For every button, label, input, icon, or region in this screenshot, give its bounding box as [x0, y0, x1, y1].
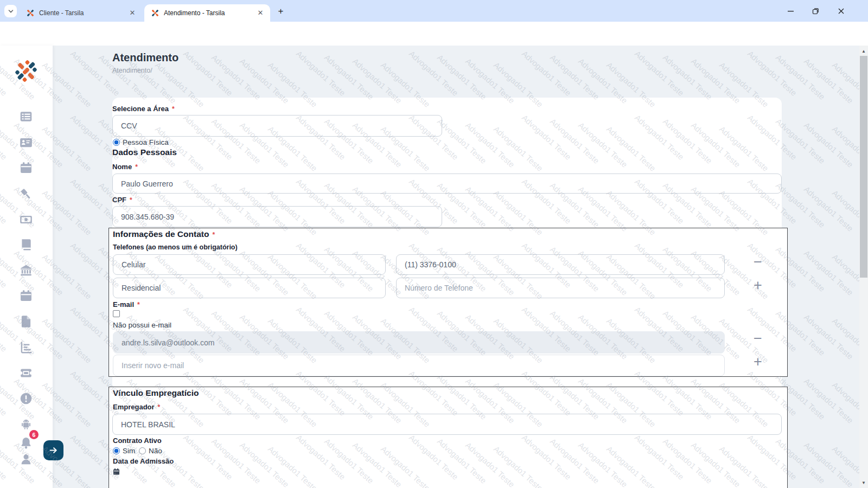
watermark-text: Advogado1 Teste: [774, 181, 827, 229]
gavel-icon[interactable]: [19, 187, 33, 201]
contrato-nao-label: Não: [149, 447, 162, 455]
breadcrumb: Atendimento/: [112, 67, 152, 74]
tab-close-icon[interactable]: ✕: [128, 9, 137, 17]
watermark-text: Advogado1 Teste: [831, 444, 859, 488]
document-icon[interactable]: [19, 314, 33, 329]
page-title: Atendimento: [112, 52, 178, 64]
notification-badge: 6: [29, 430, 39, 439]
phone-type-select-1[interactable]: [113, 254, 386, 275]
contact-heading: Informações de Contato*: [113, 229, 215, 239]
area-select[interactable]: [112, 115, 442, 137]
tab-title: Cliente - Tarsila: [39, 9, 128, 17]
agenda-icon[interactable]: [19, 289, 33, 303]
add-email-button[interactable]: +: [754, 356, 762, 368]
watermark-text: Advogado1 Teste: [210, 53, 263, 101]
tab-cliente[interactable]: Cliente - Tarsila ✕: [20, 4, 142, 22]
watermark-text: Advogado1 Teste: [661, 53, 714, 101]
nome-input[interactable]: [112, 174, 782, 194]
cpf-label: CPF*: [112, 196, 132, 204]
scrollbar-thumb[interactable]: [860, 56, 867, 278]
alert-icon[interactable]: [19, 391, 33, 406]
pessoa-fisica-radio[interactable]: [113, 139, 120, 146]
close-icon: [838, 8, 845, 15]
watermark-text: Advogado1 Teste: [182, 49, 234, 98]
watermark-text: Advogado1 Teste: [831, 380, 859, 429]
browser-toolbar: tarsilasuite-tudonatarsila.azurewebsites…: [0, 22, 868, 46]
new-tab-button[interactable]: +: [276, 6, 286, 16]
watermark-text: Advogado1 Teste: [831, 188, 859, 237]
tarsila-logo: [15, 59, 37, 84]
watermark-text: Advogado1 Teste: [802, 312, 855, 361]
tab-atendimento[interactable]: Atendimento - Tarsila ✕: [144, 4, 270, 22]
contrato-nao-radio[interactable]: [139, 447, 146, 454]
watermark-text: Advogado1 Teste: [802, 440, 855, 488]
tarsila-favicon: [26, 9, 35, 17]
employment-box: [108, 387, 788, 488]
window-restore-button[interactable]: [803, 0, 828, 22]
email-label: E-mail*: [113, 300, 140, 309]
pessoa-fisica-label: Pessoa Física: [123, 138, 169, 146]
window-minimize-button[interactable]: [778, 0, 803, 22]
android-icon[interactable]: [19, 416, 33, 431]
scrollbar-up-arrow[interactable]: ▲: [859, 47, 868, 55]
watermark-text: Advogado1 Teste: [802, 120, 855, 169]
chart-icon[interactable]: [19, 341, 33, 355]
bank-icon[interactable]: [19, 264, 33, 278]
empregador-label: Empregador*: [113, 403, 160, 411]
nome-label: Nome*: [112, 163, 138, 171]
contrato-ativo-label: Contrato Ativo: [113, 436, 162, 445]
calendar-picker-icon[interactable]: [113, 468, 120, 475]
contrato-sim-label: Sim: [123, 447, 135, 455]
sidebar-expand-button[interactable]: [43, 440, 63, 460]
book-icon[interactable]: [19, 237, 33, 252]
watermark-text: Advogado1 Teste: [633, 49, 686, 98]
dados-pessoais-heading: Dados Pessoais: [112, 147, 177, 157]
watermark-text: Advogado1 Teste: [746, 49, 799, 98]
new-email-input[interactable]: [113, 355, 725, 376]
phones-label: Telefones (ao menos um é obrigatório): [113, 243, 238, 251]
remove-email-button[interactable]: −: [754, 332, 762, 344]
watermark-text: Advogado1 Teste: [548, 53, 601, 101]
watermark-text: Advogado1 Teste: [774, 117, 827, 165]
chevron-down-icon: [8, 8, 14, 15]
employment-heading: Vínculo Empregatício: [113, 388, 199, 398]
watermark-text: Advogado1 Teste: [802, 248, 855, 297]
watermark-text: Advogado1 Teste: [831, 124, 859, 173]
app-sidebar: 6: [0, 46, 53, 488]
watermark-text: Advogado1 Teste: [831, 60, 859, 109]
scrollbar-down-arrow[interactable]: ▼: [859, 478, 868, 487]
watermark-text: Advogado1 Teste: [831, 316, 859, 365]
calendar-icon[interactable]: [19, 161, 33, 175]
phone-type-select-2[interactable]: [113, 278, 386, 298]
tab-title: Atendimento - Tarsila: [164, 9, 256, 17]
contrato-sim-radio[interactable]: [113, 447, 120, 454]
list-icon[interactable]: [19, 110, 33, 124]
tab-search-button[interactable]: [4, 5, 17, 17]
watermark-text: Advogado1 Teste: [520, 49, 573, 98]
watermark-text: Advogado1 Teste: [831, 252, 859, 301]
contact-card-icon[interactable]: [19, 136, 33, 150]
data-admissao-label: Data de Admissão: [113, 457, 174, 465]
empregador-input[interactable]: [112, 414, 782, 435]
watermark-text: Advogado1 Teste: [802, 184, 855, 233]
remove-phone-button[interactable]: −: [754, 256, 762, 268]
person-icon[interactable]: [19, 452, 33, 466]
no-email-checkbox[interactable]: [113, 310, 120, 317]
arrow-right-icon: [49, 446, 58, 455]
no-email-label: Não possui e-mail: [113, 321, 171, 329]
add-phone-button[interactable]: +: [754, 279, 762, 291]
watermark-text: Advogado1 Teste: [407, 49, 460, 98]
window-close-button[interactable]: [828, 0, 853, 22]
watermark-text: Advogado1 Teste: [295, 49, 347, 98]
tarsila-favicon: [151, 9, 159, 17]
area-label: Selecione a Área*: [112, 105, 175, 113]
minimize-icon: [787, 8, 794, 15]
phone-number-input-2[interactable]: [396, 278, 725, 298]
tab-close-icon[interactable]: ✕: [256, 9, 265, 17]
cpf-input[interactable]: [112, 206, 442, 227]
browser-titlebar: Cliente - Tarsila ✕ Atendimento - Tarsil…: [0, 0, 868, 22]
phone-number-input-1[interactable]: [396, 254, 725, 275]
page-content: 6 Atendimento Atendimento/ Selecione a Á…: [0, 46, 868, 488]
ticket-icon[interactable]: [19, 366, 33, 380]
payment-icon[interactable]: [19, 213, 33, 227]
